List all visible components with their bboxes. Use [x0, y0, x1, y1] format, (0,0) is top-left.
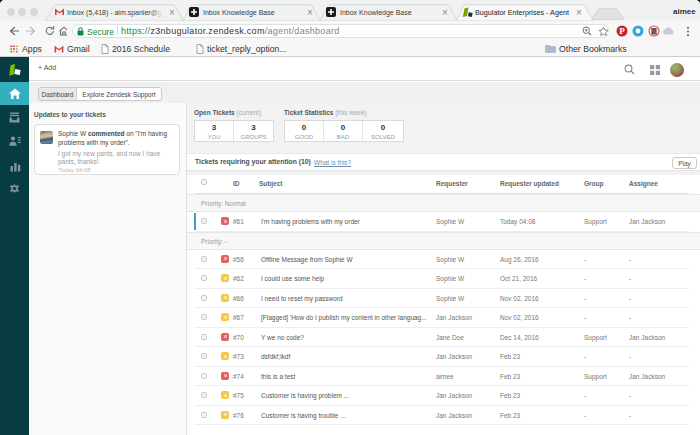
svg-text:P: P: [619, 26, 625, 36]
